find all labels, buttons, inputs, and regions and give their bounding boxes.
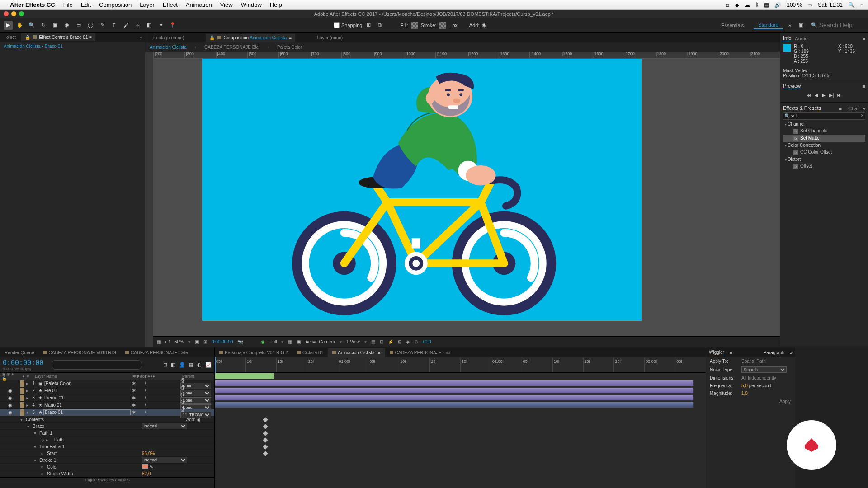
tab-project[interactable]: oject bbox=[3, 33, 19, 41]
minimize-icon[interactable] bbox=[11, 11, 16, 16]
battery-icon[interactable]: ▭ bbox=[807, 2, 812, 8]
panel-menu-icon[interactable]: ≡ bbox=[89, 35, 92, 40]
workspace-essentials[interactable]: Essentials bbox=[717, 22, 748, 29]
keyframe[interactable] bbox=[263, 431, 268, 436]
type-tool[interactable]: T bbox=[109, 21, 118, 30]
fx-cc-color-offset[interactable]: fxCC Color Offset bbox=[783, 149, 865, 156]
snap-opt-icon[interactable]: ⊞ bbox=[364, 21, 373, 30]
keyframe[interactable] bbox=[263, 444, 268, 449]
cloud-icon[interactable]: ☁ bbox=[745, 2, 750, 8]
current-time[interactable]: 0:00:00:00 bbox=[212, 339, 233, 344]
stroke-px[interactable]: - px bbox=[449, 23, 457, 28]
puppet-tool[interactable]: 📍 bbox=[168, 21, 177, 30]
zoom-icon[interactable] bbox=[19, 11, 24, 16]
channel-icon[interactable]: ◉ bbox=[261, 339, 265, 344]
panbehind-tool[interactable]: ◉ bbox=[62, 21, 71, 30]
roto-tool[interactable]: ✦ bbox=[156, 21, 165, 30]
eraser-tool[interactable]: ◧ bbox=[145, 21, 154, 30]
layer-name[interactable]: Pie 01 bbox=[43, 388, 131, 393]
tl-tab-ciclista[interactable]: Ciclista 01 bbox=[292, 348, 328, 357]
clear-icon[interactable]: ✕ bbox=[860, 113, 864, 118]
ellipse-tool[interactable]: ◯ bbox=[86, 21, 95, 30]
menu-layer[interactable]: Layer bbox=[140, 1, 155, 8]
next-frame-button[interactable]: ▶| bbox=[829, 93, 834, 98]
pickwhip-icon[interactable]: @ bbox=[180, 378, 185, 383]
timeline-timecode[interactable]: 0:00:00:00 bbox=[3, 359, 43, 367]
visibility-icon[interactable]: ◉ bbox=[8, 410, 12, 415]
clock[interactable]: Sáb 11:31 bbox=[818, 2, 843, 8]
menu-icon[interactable]: ≡ bbox=[860, 2, 863, 8]
view-opt-icon[interactable]: ▤ bbox=[371, 339, 375, 344]
res-toggle-icon[interactable]: ▣ bbox=[195, 339, 199, 344]
toggle-switches-button[interactable]: Toggle Switches / Modes bbox=[85, 478, 130, 482]
stroke-swatch[interactable] bbox=[439, 22, 446, 29]
roi-icon[interactable]: ▣ bbox=[297, 339, 301, 344]
view-count[interactable]: 1 View bbox=[346, 339, 360, 344]
prop-stroke-width[interactable]: ○Stroke Width82,0 bbox=[0, 470, 214, 477]
close-icon[interactable] bbox=[4, 11, 9, 16]
layer-name[interactable]: Mano 01 bbox=[43, 403, 131, 408]
composition-viewer[interactable] bbox=[153, 59, 780, 336]
effects-search[interactable] bbox=[783, 112, 865, 120]
pixel-icon[interactable]: ⊡ bbox=[380, 339, 383, 344]
crumb-paleta[interactable]: Paleta Color bbox=[277, 45, 302, 50]
volume-icon[interactable]: 🔊 bbox=[774, 2, 781, 8]
pickwhip-icon[interactable]: @ bbox=[180, 407, 185, 412]
visibility-icon[interactable]: ◉ bbox=[8, 395, 12, 400]
panel-overflow-icon[interactable]: » bbox=[790, 350, 793, 355]
magnitude-value[interactable]: 1,0 bbox=[741, 391, 748, 396]
tab-footage[interactable]: Footage (none) bbox=[150, 34, 188, 42]
panel-menu-icon[interactable]: ≡ bbox=[863, 36, 865, 41]
panel-menu-icon[interactable]: ≡ bbox=[863, 84, 865, 89]
rect-tool[interactable]: ▭ bbox=[74, 21, 83, 30]
panel-overflow-icon[interactable]: » bbox=[863, 106, 865, 111]
snap-opt2-icon[interactable]: ⧉ bbox=[375, 21, 384, 30]
layer-name[interactable]: Brazo 01 bbox=[43, 409, 131, 415]
search-help[interactable] bbox=[819, 22, 864, 28]
prev-frame-button[interactable]: ◀ bbox=[815, 93, 818, 98]
tab-wiggler[interactable]: Wiggler bbox=[709, 350, 724, 355]
bluetooth-icon[interactable]: ᛒ bbox=[755, 2, 759, 8]
exposure[interactable]: +0,0 bbox=[422, 339, 431, 344]
fx-set-channels[interactable]: fxSet Channels bbox=[783, 127, 865, 135]
menu-composition[interactable]: Composition bbox=[99, 1, 132, 8]
prop-color[interactable]: ○Color ✎ bbox=[0, 464, 214, 470]
keyframe[interactable] bbox=[263, 417, 268, 422]
prop-path1[interactable]: ▾Path 1 bbox=[0, 430, 214, 436]
layer-bar-5[interactable] bbox=[215, 402, 694, 408]
wifi-icon[interactable]: ▤ bbox=[764, 2, 769, 8]
shy-icon[interactable]: 👤 bbox=[179, 362, 185, 368]
ui-toggle-icon[interactable]: ▣ bbox=[797, 21, 806, 30]
zoom-tool[interactable]: 🔍 bbox=[27, 21, 36, 30]
spotlight-icon[interactable]: 🔍 bbox=[848, 2, 855, 8]
keyframe[interactable] bbox=[263, 424, 268, 429]
tab-layer[interactable]: Layer (none) bbox=[313, 34, 346, 42]
col-layer-name[interactable]: Layer Name bbox=[33, 374, 131, 379]
hand-tool[interactable]: ✋ bbox=[15, 21, 24, 30]
layer-row-5[interactable]: ◉ ▾ 5 ★ Brazo 01 ✱/ @11. TRONCO bbox=[0, 409, 214, 416]
menu-help[interactable]: Help bbox=[270, 1, 282, 8]
apply-button[interactable]: Apply bbox=[779, 399, 791, 404]
fill-label[interactable]: Fill: bbox=[401, 23, 408, 28]
frame-blend-icon[interactable]: ▦ bbox=[189, 362, 193, 368]
pickwhip-icon[interactable]: @ bbox=[180, 399, 185, 404]
prop-path[interactable]: ◇ ▸Path bbox=[0, 436, 214, 443]
tab-paragraph[interactable]: Paragraph bbox=[764, 350, 785, 355]
layer-bar-1[interactable] bbox=[215, 373, 268, 379]
magnification-icon[interactable]: ▦ bbox=[157, 339, 161, 344]
evernote-icon[interactable]: ◆ bbox=[735, 2, 739, 8]
active-camera[interactable]: Active Camera bbox=[305, 339, 335, 344]
display-icon[interactable]: 🖵 bbox=[165, 339, 170, 344]
pickwhip-icon[interactable]: @ bbox=[180, 385, 185, 390]
tl-tab-personaje[interactable]: Personaje Completo V01 RIG 2 bbox=[215, 348, 292, 357]
layer-bar-3[interactable] bbox=[215, 387, 694, 394]
tab-effect-controls[interactable]: 🔒 Effect Controls Brazo 01 ≡ bbox=[21, 33, 95, 41]
prop-contents[interactable]: ▾ContentsAdd: ◉ bbox=[0, 416, 214, 423]
layer-name[interactable]: [Paleta Color] bbox=[43, 381, 131, 386]
transparency-icon[interactable]: ▦ bbox=[288, 339, 292, 344]
fx-set-matte[interactable]: fxSet Matte bbox=[783, 135, 865, 142]
snapping-checkbox[interactable] bbox=[334, 22, 340, 28]
crumb-main[interactable]: Animación Ciclista bbox=[150, 45, 187, 50]
visibility-icon[interactable]: ◉ bbox=[8, 403, 12, 408]
menu-file[interactable]: File bbox=[63, 1, 73, 8]
